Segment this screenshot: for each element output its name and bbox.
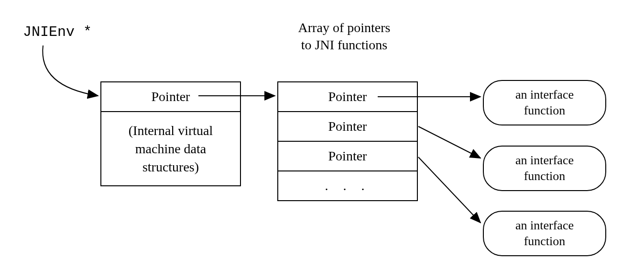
oval2-line1: an interface — [515, 153, 574, 167]
function-table-box: Pointer Pointer Pointer . . . — [277, 81, 418, 201]
function-pointer-3: Pointer — [278, 142, 417, 171]
arrow-cell2-to-oval2 — [418, 126, 480, 158]
internal-line1: (Internal virtual — [129, 123, 213, 138]
jnienv-box: Pointer (Internal virtual machine data s… — [100, 81, 241, 186]
jnienv-label: JNIEnv * — [23, 24, 92, 40]
jnienv-internal-cell: (Internal virtual machine data structure… — [101, 112, 240, 185]
oval3-line1: an interface — [515, 218, 574, 232]
array-title-line1: Array of pointers — [298, 20, 391, 35]
arrow-cell3-to-oval3 — [418, 157, 480, 223]
oval3-line2: function — [524, 234, 566, 248]
array-title: Array of pointers to JNI functions — [277, 19, 411, 54]
interface-function-2: an interface function — [483, 146, 606, 191]
internal-line3: structures) — [142, 159, 199, 174]
jni-diagram: JNIEnv * Array of pointers to JNI functi… — [10, 10, 644, 261]
arrow-jnienv-to-box1 — [43, 45, 98, 96]
oval1-line1: an interface — [515, 88, 574, 102]
function-pointer-more: . . . — [278, 171, 417, 200]
interface-function-3: an interface function — [483, 211, 606, 256]
oval1-line2: function — [524, 103, 566, 117]
function-pointer-2: Pointer — [278, 112, 417, 142]
interface-function-1: an interface function — [483, 80, 606, 125]
oval2-line2: function — [524, 169, 566, 183]
function-pointer-1: Pointer — [278, 82, 417, 112]
array-title-line2: to JNI functions — [301, 37, 387, 52]
jnienv-pointer-cell: Pointer — [101, 82, 240, 112]
internal-line2: machine data — [135, 141, 206, 156]
